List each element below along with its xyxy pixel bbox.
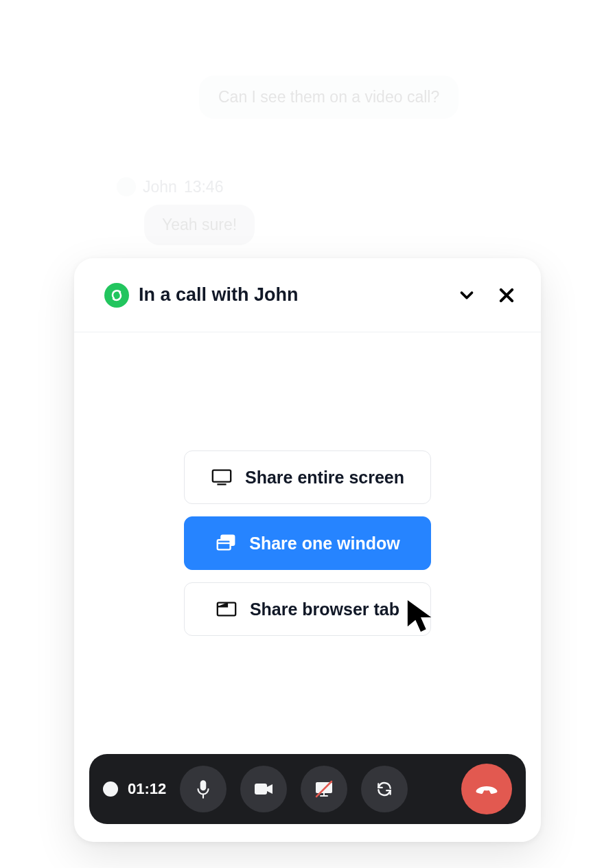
phone-hangup-icon: [474, 777, 499, 801]
chat-message-meta: John 13:46: [117, 177, 542, 196]
share-one-window-label: Share one window: [249, 534, 399, 553]
app-logo: [104, 283, 129, 308]
svg-rect-2: [213, 470, 231, 482]
share-entire-screen-label: Share entire screen: [245, 468, 404, 488]
recording-indicator: 01:12: [103, 780, 166, 798]
screen-share-toggle-button[interactable]: [301, 766, 347, 812]
microphone-button[interactable]: [180, 766, 227, 812]
refresh-icon: [375, 780, 393, 798]
minimize-button[interactable]: [452, 280, 482, 310]
chat-message-time: 13:46: [184, 178, 224, 196]
share-browser-tab-label: Share browser tab: [250, 599, 399, 619]
switch-button[interactable]: [361, 766, 408, 812]
chevron-down-icon: [456, 285, 477, 306]
share-browser-tab-button[interactable]: Share browser tab: [184, 582, 431, 636]
call-title: In a call with John: [139, 284, 299, 306]
screen-share-off-icon: [313, 779, 335, 799]
share-entire-screen-button[interactable]: Share entire screen: [184, 450, 431, 504]
microphone-icon: [194, 779, 212, 799]
call-panel: In a call with John Share entire screen: [74, 258, 541, 842]
window-icon: [215, 533, 237, 553]
screen-icon: [211, 468, 233, 487]
chat-message-outgoing: Can I see them on a video call?: [199, 76, 459, 119]
share-options: Share entire screen Share one window Sha…: [74, 332, 541, 754]
end-call-button[interactable]: [461, 764, 512, 814]
chat-sender-name: John: [143, 178, 177, 196]
avatar: [117, 177, 136, 196]
svg-rect-10: [255, 784, 267, 795]
record-dot-icon: [103, 781, 118, 797]
chat-background: Can I see them on a video call? John 13:…: [76, 76, 542, 245]
close-icon: [497, 286, 516, 305]
share-one-window-button[interactable]: Share one window: [184, 516, 431, 570]
call-duration: 01:12: [128, 780, 166, 798]
camera-icon: [253, 781, 274, 797]
chat-message-incoming: Yeah sure!: [144, 205, 255, 245]
close-button[interactable]: [491, 280, 522, 310]
call-control-bar: 01:12: [89, 754, 526, 824]
camera-button[interactable]: [240, 766, 287, 812]
call-header: In a call with John: [74, 258, 541, 332]
svg-rect-8: [200, 780, 207, 790]
tab-icon: [216, 599, 237, 619]
svg-rect-5: [218, 540, 231, 549]
